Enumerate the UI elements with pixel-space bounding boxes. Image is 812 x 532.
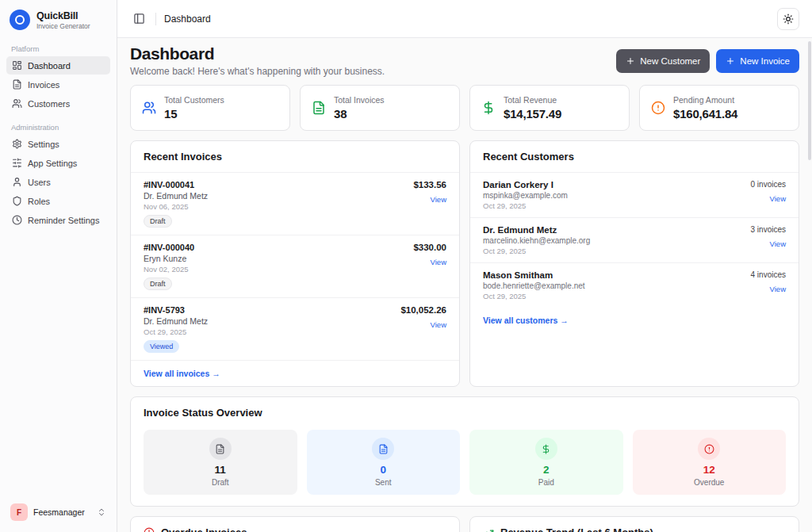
- customer-invoice-count: 0 invoices: [751, 180, 786, 189]
- view-customer-link[interactable]: View: [770, 194, 786, 203]
- overdue-invoices-title: Overdue Invoices: [161, 526, 247, 532]
- view-all-invoices-link[interactable]: View all invoices →: [131, 360, 459, 386]
- customer-name: Mason Smitham: [483, 270, 585, 280]
- customer-email: mspinka@example.com: [483, 191, 568, 200]
- dashboard-icon: [12, 60, 22, 71]
- stat-label: Total Revenue: [504, 95, 561, 105]
- invoice-number: #INV-000041: [144, 180, 208, 189]
- sidebar-item-label: Invoices: [28, 80, 59, 90]
- sidebar-item-roles[interactable]: Roles: [6, 192, 110, 210]
- stats-row: Total Customers 15 Total Invoices 38: [130, 85, 799, 131]
- stat-value: 15: [164, 107, 224, 121]
- tile-label: Overdue: [694, 478, 724, 487]
- invoice-number: #INV-5793: [144, 305, 208, 315]
- customer-email: marcelino.kiehn@example.org: [483, 236, 590, 245]
- scrollbar-thumb[interactable]: [808, 41, 811, 160]
- breadcrumb: Dashboard: [164, 13, 211, 25]
- sidebar-item-settings[interactable]: Settings: [6, 135, 110, 153]
- nav-section-platform: Platform: [11, 44, 105, 53]
- status-overview-title: Invoice Status Overview: [131, 397, 799, 428]
- new-customer-button[interactable]: New Customer: [616, 49, 710, 73]
- view-invoice-link[interactable]: View: [431, 320, 446, 329]
- tile-count: 2: [543, 464, 550, 476]
- plus-icon: [626, 56, 635, 66]
- clock-icon: [12, 215, 22, 225]
- stat-label: Total Invoices: [334, 95, 385, 105]
- invoice-row: #INV-5793 Dr. Edmund Metz Oct 29, 2025 V…: [131, 297, 459, 360]
- account-name: Feesmanager: [33, 507, 85, 517]
- sidebar-item-label: Dashboard: [28, 61, 71, 71]
- invoice-date: Nov 02, 2025: [144, 265, 194, 274]
- sidebar-item-reminder-settings[interactable]: Reminder Settings: [6, 211, 110, 229]
- page-title: Dashboard: [130, 44, 385, 63]
- sliders-icon: [12, 158, 22, 168]
- sidebar-item-label: Customers: [28, 99, 70, 109]
- customer-date: Oct 29, 2025: [483, 247, 590, 255]
- trending-up-icon: [483, 527, 494, 532]
- sidebar-item-label: Settings: [28, 140, 59, 149]
- stat-total-customers: Total Customers 15: [130, 85, 290, 131]
- customer-invoice-count: 3 invoices: [751, 225, 786, 234]
- new-invoice-button[interactable]: New Invoice: [716, 49, 799, 73]
- sidebar-item-label: Reminder Settings: [28, 216, 100, 225]
- clock-alert-icon: [144, 527, 155, 532]
- sidebar-item-app-settings[interactable]: App Settings: [6, 154, 110, 172]
- sidebar-item-invoices[interactable]: Invoices: [6, 75, 110, 94]
- app-window: QuickBill Invoice Generator Platform Das…: [0, 0, 812, 532]
- quickbill-logo-icon: [10, 10, 30, 30]
- stat-total-invoices: Total Invoices 38: [300, 85, 460, 131]
- customers-icon: [12, 98, 22, 109]
- brand: QuickBill Invoice Generator: [6, 8, 110, 35]
- customer-row: Dr. Edmund Metz marcelino.kiehn@example.…: [470, 217, 799, 262]
- view-customer-link[interactable]: View: [770, 285, 786, 293]
- status-badge: Draft: [144, 277, 172, 290]
- avatar: F: [10, 503, 28, 521]
- customer-name: Dr. Edmund Metz: [483, 225, 590, 235]
- sidebar-item-customers[interactable]: Customers: [6, 94, 110, 113]
- customer-invoice-count: 4 invoices: [751, 270, 786, 279]
- customer-email: bode.henriette@example.net: [483, 281, 585, 290]
- status-tile-overdue: 12 Overdue: [633, 430, 787, 495]
- shield-icon: [12, 196, 22, 206]
- sidebar: QuickBill Invoice Generator Platform Das…: [0, 0, 117, 532]
- invoice-customer: Dr. Edmund Metz: [144, 191, 208, 201]
- invoice-status-overview-card: Invoice Status Overview 11 Draft 0: [130, 396, 799, 507]
- account-switcher[interactable]: F Feesmanager: [6, 500, 110, 524]
- status-badge: Draft: [144, 215, 172, 228]
- invoice-date: Nov 06, 2025: [144, 202, 208, 211]
- page-header: Dashboard Welcome back! Here's what's ha…: [130, 44, 799, 77]
- recent-customers-card: Recent Customers Darian Corkery I mspink…: [469, 140, 799, 387]
- page-subtitle: Welcome back! Here's what's happening wi…: [130, 66, 385, 77]
- theme-toggle-button[interactable]: [777, 8, 799, 30]
- invoice-customer: Dr. Edmund Metz: [144, 316, 208, 326]
- tile-count: 12: [703, 464, 715, 476]
- view-all-customers-link[interactable]: View all customers →: [470, 308, 799, 333]
- topbar: Dashboard: [117, 0, 812, 38]
- invoice-amount: $10,052.26: [400, 305, 446, 315]
- panel-left-icon: [133, 13, 145, 25]
- sidebar-item-dashboard[interactable]: Dashboard: [6, 56, 110, 75]
- nav-section-administration: Administration: [11, 123, 105, 132]
- view-invoice-link[interactable]: View: [431, 195, 446, 204]
- invoice-row: #INV-000041 Dr. Edmund Metz Nov 06, 2025…: [131, 172, 459, 235]
- view-customer-link[interactable]: View: [770, 239, 786, 248]
- stat-value: $160,641.84: [673, 107, 737, 121]
- invoice-date: Oct 29, 2025: [144, 327, 208, 336]
- invoice-amount: $133.56: [413, 180, 446, 189]
- sidebar-toggle-button[interactable]: [130, 10, 147, 28]
- recent-invoices-card: Recent Invoices #INV-000041 Dr. Edmund M…: [130, 140, 460, 387]
- dollar-icon: [481, 101, 496, 115]
- invoice-row: #INV-000040 Eryn Kunze Nov 02, 2025 Draf…: [131, 235, 459, 297]
- sent-file-icon: [372, 438, 394, 460]
- brand-tagline: Invoice Generator: [36, 22, 90, 30]
- main-area: Dashboard Dashboard Welcome back! Here's…: [117, 0, 812, 532]
- sun-icon: [783, 13, 794, 25]
- page-content: Dashboard Welcome back! Here's what's ha…: [117, 38, 812, 532]
- invoice-number: #INV-000040: [144, 243, 194, 252]
- view-invoice-link[interactable]: View: [431, 258, 446, 266]
- customer-name: Darian Corkery I: [483, 180, 568, 189]
- tile-count: 0: [380, 464, 386, 476]
- alert-circle-icon: [698, 438, 720, 460]
- sidebar-item-label: Users: [28, 178, 51, 187]
- sidebar-item-users[interactable]: Users: [6, 173, 110, 191]
